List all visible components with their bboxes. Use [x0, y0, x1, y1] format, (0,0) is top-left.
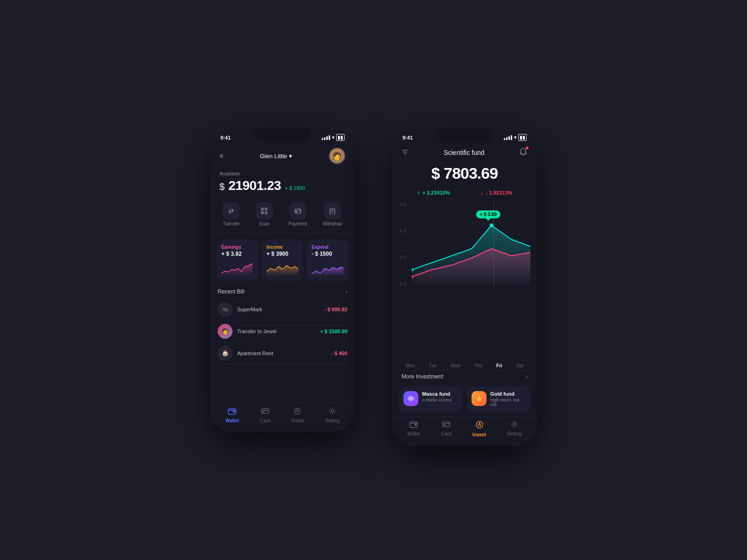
withdraw-icon — [324, 203, 341, 219]
scan-button[interactable]: Scan — [256, 203, 273, 226]
setting-nav-icon — [329, 407, 336, 417]
transfer-icon: ⇄ — [223, 203, 240, 219]
phone-1-header: ≡ Glen Little ▾ 🧑 — [210, 144, 355, 169]
p2-nav-wallet[interactable]: Wallet — [408, 420, 420, 437]
bottom-nav-2: Wallet Card — [392, 416, 537, 446]
p2-card-icon — [442, 420, 451, 430]
phone-2: 9:41 ▾ ▮▮ — [392, 128, 537, 446]
p2-setting-icon — [511, 420, 518, 430]
invest-nav-label: Invest — [291, 418, 304, 423]
bill-rent[interactable]: 🏠 Apartment Rent - $ 400 — [218, 343, 347, 364]
p2-invest-label: Invest — [472, 432, 486, 437]
chart-svg — [412, 202, 530, 286]
supermark-icon: 🛍 — [218, 302, 233, 317]
recent-title: Recent Bill — [218, 288, 244, 295]
fund-amount: $ 7803.69 — [402, 164, 528, 182]
bill-transfer[interactable]: 🧑 Transfer to Jewel + $ 1500.00 — [218, 321, 347, 343]
balance-amount: 21901.23 — [228, 178, 281, 193]
svg-rect-6 — [296, 211, 297, 212]
earnings-card: Earnings + $ 3.92 — [217, 240, 258, 281]
svg-marker-12 — [267, 266, 299, 276]
masca-fund-name: Masca fund — [422, 391, 452, 397]
filter-icon[interactable] — [402, 148, 409, 157]
payment-icon — [289, 203, 306, 219]
balance-section: Available $ 21901.23 + $ 2900 — [210, 169, 355, 199]
svg-rect-16 — [261, 409, 269, 413]
nav-wallet[interactable]: Wallet — [226, 407, 239, 423]
masca-fund-card[interactable]: Masca fund A stable income — [399, 386, 462, 412]
chart-y-labels: 0.1 0.2 0.3 0.4 — [399, 202, 406, 286]
svg-point-29 — [490, 224, 493, 227]
arrow-up-icon: ↑ — [417, 189, 420, 196]
menu-icon[interactable]: ≡ — [219, 152, 223, 160]
withdraw-button[interactable]: Withdraw — [323, 203, 342, 226]
svg-rect-0 — [261, 208, 263, 210]
stats-section: Earnings + $ 3.92 Income — [210, 233, 355, 286]
phone-2-screen: 9:41 ▾ ▮▮ — [392, 128, 537, 446]
status-icons-2: ▾ ▮▮ — [504, 134, 527, 141]
day-tue: Tue — [429, 363, 437, 368]
scan-label: Scan — [259, 221, 269, 226]
phone-1-screen: 9:41 ▾ ▮▮ ≡ Glen Little ▾ — [210, 128, 355, 432]
card-nav-label: Card — [260, 418, 270, 423]
more-investment-row[interactable]: More Investment › — [392, 370, 537, 384]
transfer-icon-jewel: 🧑 — [218, 324, 233, 339]
earnings-value: + $ 3.92 — [221, 251, 254, 257]
svg-rect-40 — [444, 425, 445, 426]
chart-area: 0.1 0.2 0.3 0.4 + $ 3.69 — [399, 202, 530, 286]
gold-fund-info: Gold fund High return, low risk — [490, 391, 526, 407]
bill-supermark[interactable]: 🛍 SuperMark - $ 899.92 — [218, 299, 347, 321]
transfer-button[interactable]: ⇄ Transfer — [223, 203, 240, 226]
income-label: Income — [267, 245, 299, 250]
p2-setting-label: Setting — [507, 431, 521, 436]
wallet-nav-label: Wallet — [226, 418, 239, 423]
expend-card: Expend - $ 1500 — [307, 240, 348, 281]
p2-nav-invest[interactable]: Invest — [472, 420, 486, 437]
balance-change: + $ 2900 — [285, 185, 305, 191]
svg-rect-15 — [233, 411, 235, 413]
setting-nav-label: Setting — [325, 418, 339, 423]
p2-card-label: Card — [441, 431, 451, 436]
svg-rect-1 — [265, 208, 267, 210]
phone-1: 9:41 ▾ ▮▮ ≡ Glen Little ▾ — [210, 128, 355, 432]
change-up: ↑ + 2.23410% — [417, 189, 450, 196]
nav-card[interactable]: Card — [260, 407, 270, 423]
rent-icon: 🏠 — [218, 346, 233, 361]
masca-fund-icon — [403, 391, 418, 406]
recent-more[interactable]: › — [345, 288, 347, 295]
payment-button[interactable]: Payment — [289, 203, 307, 226]
p2-nav-setting[interactable]: Setting — [507, 420, 521, 437]
day-mon: Mon — [406, 363, 415, 368]
time-2: 9:41 — [402, 135, 413, 140]
expend-value: - $ 1500 — [311, 251, 344, 257]
more-arrow-icon: › — [526, 373, 528, 380]
card-nav-icon — [261, 407, 269, 417]
supermark-info: SuperMark — [237, 307, 319, 312]
gold-fund-card[interactable]: Gold fund High return, low risk — [467, 386, 530, 412]
change-down-value: - 1.92313% — [486, 190, 512, 196]
recent-bills-section: Recent Bill › 🛍 SuperMark - $ 899.92 🧑 — [210, 286, 355, 367]
user-name[interactable]: Glen Little ▾ — [260, 153, 292, 160]
fund-title: Scientific fund — [409, 149, 519, 156]
supermark-amount: - $ 899.92 — [324, 307, 347, 312]
day-wed: Wed — [451, 363, 460, 368]
svg-point-43 — [513, 423, 515, 426]
avatar[interactable]: 🧑 — [329, 147, 345, 164]
fund-value: 7803.69 — [444, 164, 498, 182]
recent-header: Recent Bill › — [218, 288, 347, 295]
gold-fund-name: Gold fund — [490, 391, 526, 397]
gold-fund-desc: High return, low risk — [490, 398, 526, 407]
fund-cards: Masca fund A stable income Gold fund Hig… — [392, 384, 537, 416]
rent-info: Apartment Rent — [237, 350, 327, 356]
bell-icon[interactable] — [519, 150, 528, 157]
income-card: Income + $ 3900 — [262, 240, 303, 281]
fund-currency: $ — [431, 164, 444, 182]
bottom-nav-1: Wallet Card — [210, 402, 355, 432]
masca-fund-desc: A stable income — [422, 398, 452, 402]
fund-changes: ↑ + 2.23410% ↓ - 1.92313% — [392, 189, 537, 202]
nav-setting[interactable]: Setting — [325, 407, 339, 423]
nav-invest[interactable]: Invest — [291, 407, 304, 423]
p2-nav-card[interactable]: Card — [441, 420, 451, 437]
more-label: More Investment — [402, 373, 443, 380]
svg-rect-38 — [443, 422, 450, 427]
